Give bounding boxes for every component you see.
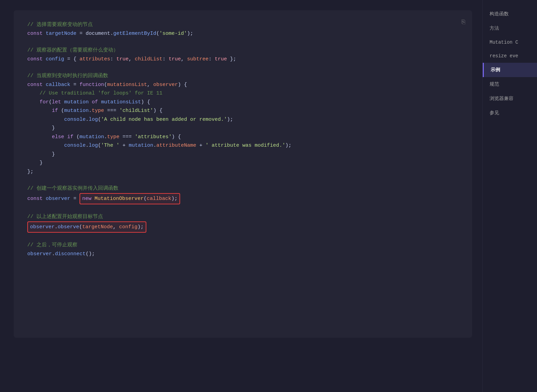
plain: ); (227, 115, 233, 124)
plain (27, 133, 52, 142)
sidebar-item-spec[interactable]: 规范 (483, 77, 537, 91)
plain: = { (64, 55, 79, 64)
keyword: new (82, 196, 95, 202)
constructor: MutationObserver (95, 196, 144, 202)
keyword: if (52, 106, 61, 115)
code-line: observer.observe(targetNode, config); (27, 221, 459, 233)
plain: . (55, 224, 58, 230)
variable: observer (46, 194, 70, 203)
main-content: ⎘ // 选择需要观察变动的节点 const targetNode = docu… (0, 0, 482, 392)
variable: console (64, 141, 86, 150)
plain: , (129, 55, 135, 64)
plain: : (110, 55, 116, 64)
keyword: of (92, 98, 98, 107)
code-line: observer.disconnect(); (27, 250, 459, 259)
code-line: const observer = new MutationObserver(ca… (27, 193, 459, 205)
code-line: // 观察器的配置（需要观察什么变动） (27, 46, 459, 55)
plain: ); (187, 29, 193, 38)
sidebar-item-resize-eve[interactable]: resize eve (483, 49, 537, 63)
code-line: const targetNode = document.getElementBy… (27, 29, 459, 38)
plain: = (70, 81, 79, 89)
plain (27, 98, 40, 107)
plain: ( (79, 224, 82, 230)
sidebar: 构造函数 方法 Mutation C resize eve 示例 规范 浏览器兼… (482, 0, 537, 392)
plain: } (27, 150, 55, 159)
comment: // 选择需要观察变动的节点 (27, 20, 93, 29)
string: 'A child node has been added or removed.… (101, 115, 227, 124)
code-block: ⎘ // 选择需要观察变动的节点 const targetNode = docu… (14, 10, 472, 338)
bool-val: true (169, 55, 181, 64)
plain: . (86, 141, 89, 150)
prop: childList (135, 55, 162, 64)
string: ' attribute was modified.' (205, 141, 285, 150)
string: 'The ' (101, 141, 119, 150)
code-line: // 创建一个观察器实例并传入回调函数 (27, 184, 459, 193)
plain (27, 141, 64, 150)
plain: ( (98, 141, 101, 150)
plain: + (119, 141, 129, 150)
code-line: } (27, 150, 459, 159)
plain: ) { (178, 81, 187, 89)
plain: ); (137, 224, 144, 230)
sidebar-item-example[interactable]: 示例 (483, 63, 537, 77)
spacer (27, 233, 459, 241)
plain (27, 89, 40, 98)
plain: ( (156, 29, 159, 38)
plain: . (89, 106, 92, 115)
code-line: // 以上述配置开始观察目标节点 (27, 213, 459, 221)
variable: mutation (129, 141, 153, 150)
plain: , (113, 224, 119, 230)
plain: , (181, 55, 187, 64)
keyword: const (27, 55, 46, 64)
bool-val: true (116, 55, 129, 64)
keyword: else if (52, 133, 76, 142)
variable: observer (27, 250, 52, 259)
param: callback (147, 196, 171, 202)
highlighted-observe-line: observer.observe(targetNode, config); (27, 221, 146, 233)
plain (89, 98, 92, 107)
plain: , (147, 81, 153, 89)
comment: // Use traditional 'for loops' for IE 11 (40, 89, 162, 98)
spacer (27, 176, 459, 184)
keyword: function (79, 81, 104, 89)
plain: ) { (141, 98, 150, 107)
plain: ); (285, 141, 291, 150)
param: observer (153, 81, 178, 89)
sidebar-item-methods[interactable]: 方法 (483, 21, 537, 35)
method: getElementById (113, 29, 156, 38)
code-line: // 之后，可停止观察 (27, 241, 459, 250)
sidebar-item-see[interactable]: 参见 (483, 106, 537, 120)
keyword: const (27, 194, 46, 203)
spacer (27, 63, 459, 72)
variable: targetNode (46, 29, 76, 38)
sidebar-item-compat[interactable]: 浏览器兼容 (483, 91, 537, 106)
code-line: const callback = function(mutationsList,… (27, 81, 459, 89)
variable: console (64, 115, 86, 124)
comment: // 以上述配置开始观察目标节点 (27, 213, 103, 221)
variable: config (46, 55, 64, 64)
sidebar-item-mutation-c[interactable]: Mutation C (483, 35, 537, 49)
comment: // 当观察到变动时执行的回调函数 (27, 72, 108, 81)
comment: // 观察器的配置（需要观察什么变动） (27, 46, 118, 55)
code-line: console.log('The ' + mutation.attributeN… (27, 141, 459, 150)
variable: observer (30, 224, 55, 230)
plain: ( (49, 98, 52, 107)
plain: : (162, 55, 169, 64)
variable: mutation (79, 133, 104, 142)
plain: . (104, 133, 107, 142)
plain: ); (171, 196, 177, 202)
plain: + (196, 141, 205, 150)
keyword: let (52, 98, 64, 107)
copy-button[interactable]: ⎘ (462, 17, 465, 28)
sidebar-item-constructor[interactable]: 构造函数 (483, 7, 537, 21)
method: disconnect (55, 250, 86, 259)
param: config (119, 224, 137, 230)
plain: (); (86, 250, 95, 259)
highlighted-mutation-observer-line: new MutationObserver(callback); (79, 193, 180, 205)
variable: mutation (64, 106, 89, 115)
prop: attributes (79, 55, 110, 64)
code-line: else if (mutation.type === 'attributes')… (27, 133, 459, 142)
plain: = (76, 29, 86, 38)
plain: === (104, 106, 119, 115)
string: 'some-id' (159, 29, 187, 38)
